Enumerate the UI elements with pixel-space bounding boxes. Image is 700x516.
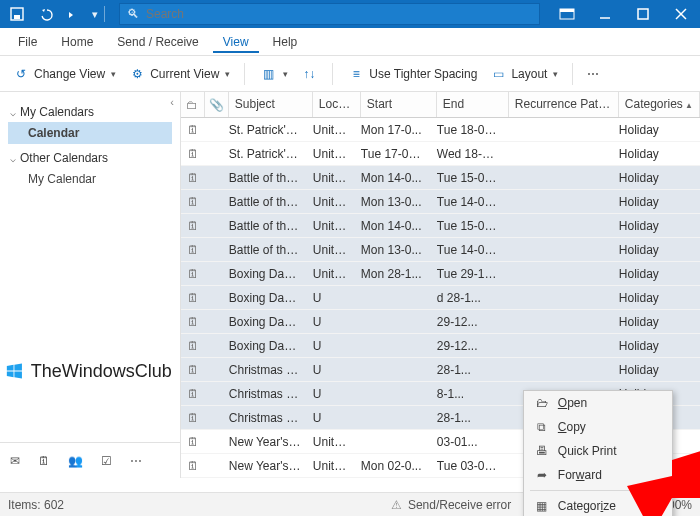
header-attachment-col[interactable]: 📎 xyxy=(205,92,229,117)
start-cell: Tue 17-03... xyxy=(355,147,431,161)
current-view-button[interactable]: ⚙Current View xyxy=(124,62,234,86)
reverse-sort-button[interactable]: ↑↓ xyxy=(296,62,322,86)
location-cell: U xyxy=(307,363,355,377)
ctx-forward[interactable]: ➦Forward xyxy=(524,463,672,487)
ctx-copy[interactable]: ⧉Copy xyxy=(524,415,672,439)
header-location[interactable]: Locati... xyxy=(313,92,361,117)
people-icon[interactable]: 👥 xyxy=(68,454,83,468)
table-row[interactable]: 🗓Battle of the ...Unite...Mon 14-0...Tue… xyxy=(181,214,700,238)
table-row[interactable]: 🗓Boxing Day B...U29-12...Holiday xyxy=(181,310,700,334)
end-cell: 8-1... xyxy=(431,387,503,401)
menu-help[interactable]: Help xyxy=(263,31,308,53)
tighter-spacing-button[interactable]: ≡Use Tighter Spacing xyxy=(343,62,481,86)
maximize-button[interactable] xyxy=(624,0,662,28)
table-row[interactable]: 🗓Boxing Day B...U29-12...Holiday xyxy=(181,334,700,358)
ribbon-mode-icon[interactable] xyxy=(548,0,586,28)
close-button[interactable] xyxy=(662,0,700,28)
list-header: 🗀 📎 Subject Locati... Start End Recurren… xyxy=(181,92,700,118)
subject-cell: Christmas Ba... xyxy=(223,411,307,425)
category-cell: Holiday xyxy=(613,195,700,209)
menu-view[interactable]: View xyxy=(213,31,259,53)
change-view-icon: ↺ xyxy=(12,65,30,83)
ctx-print-label: Quick Print xyxy=(558,444,617,458)
end-cell: 29-12... xyxy=(431,315,503,329)
header-start[interactable]: Start xyxy=(361,92,437,117)
end-cell: Tue 03-01... xyxy=(431,459,503,473)
arrangement-button[interactable]: ▥ xyxy=(255,62,292,86)
menu-send-receive[interactable]: Send / Receive xyxy=(107,31,208,53)
collapse-sidebar-icon[interactable]: ‹ xyxy=(170,96,174,108)
header-recurrence[interactable]: Recurrence Pattern xyxy=(509,92,619,117)
menu-home[interactable]: Home xyxy=(51,31,103,53)
calendar-item-icon: 🗓 xyxy=(181,219,205,233)
category-cell: Holiday xyxy=(613,315,700,329)
menu-file[interactable]: File xyxy=(8,31,47,53)
calendar-icon[interactable]: 🗓 xyxy=(38,454,50,468)
minimize-button[interactable] xyxy=(586,0,624,28)
ctx-separator xyxy=(530,490,666,491)
calendar-item-icon: 🗓 xyxy=(181,411,205,425)
start-cell: Mon 28-1... xyxy=(355,267,431,281)
nav-more-icon[interactable]: ⋯ xyxy=(130,454,142,468)
mail-icon[interactable]: ✉ xyxy=(10,454,20,468)
calendar-item-icon: 🗓 xyxy=(181,363,205,377)
table-row[interactable]: 🗓St. Patrick's ...Unite...Tue 17-03...We… xyxy=(181,142,700,166)
status-items: Items: 602 xyxy=(8,498,64,512)
end-cell: Tue 18-03... xyxy=(431,123,503,137)
table-row[interactable]: 🗓Battle of the ...Unite...Mon 13-0...Tue… xyxy=(181,190,700,214)
end-cell: Tue 29-12... xyxy=(431,267,503,281)
ctx-open[interactable]: 🗁Open xyxy=(524,391,672,415)
nav-icons: ✉ 🗓 👥 ☑ ⋯ xyxy=(0,442,180,478)
sidebar-group-head[interactable]: My Calendars xyxy=(8,102,172,122)
main-area: ‹ My CalendarsCalendarOther CalendarsMy … xyxy=(0,92,700,478)
ctx-quick-print[interactable]: 🖶Quick Print xyxy=(524,439,672,463)
change-view-button[interactable]: ↺Change View xyxy=(8,62,120,86)
tighter-label: Use Tighter Spacing xyxy=(369,67,477,81)
table-row[interactable]: 🗓Battle of the ...Unite...Mon 13-0...Tue… xyxy=(181,238,700,262)
watermark: TheWindowsClub xyxy=(6,352,172,390)
ribbon: ↺Change View ⚙Current View ▥ ↑↓ ≡Use Tig… xyxy=(0,56,700,92)
ribbon-overflow-button[interactable]: ⋯ xyxy=(583,64,603,84)
end-cell: Tue 14-07... xyxy=(431,195,503,209)
sidebar-group-head[interactable]: Other Calendars xyxy=(8,148,172,168)
sort-icon: ↑↓ xyxy=(300,65,318,83)
start-cell: Mon 02-0... xyxy=(355,459,431,473)
subject-cell: Boxing Day B... xyxy=(223,339,307,353)
header-categories[interactable]: Categories xyxy=(619,92,700,117)
location-cell: U xyxy=(307,315,355,329)
layout-button[interactable]: ▭Layout xyxy=(485,62,562,86)
tasks-icon[interactable]: ☑ xyxy=(101,454,112,468)
context-menu: 🗁Open ⧉Copy 🖶Quick Print ➦Forward ▦Categ… xyxy=(523,390,673,516)
end-cell: 28-1... xyxy=(431,363,503,377)
table-row[interactable]: 🗓Boxing Day B...Ud 28-1...Holiday xyxy=(181,286,700,310)
subject-cell: Boxing Day B... xyxy=(223,291,307,305)
undo-icon[interactable] xyxy=(34,3,56,25)
calendar-item-icon: 🗓 xyxy=(181,387,205,401)
qa-dropdown-icon[interactable]: ▾ xyxy=(92,8,98,21)
save-icon[interactable] xyxy=(6,3,28,25)
header-subject[interactable]: Subject xyxy=(229,92,313,117)
gear-icon: ⚙ xyxy=(128,65,146,83)
search-box[interactable]: 🔍︎ xyxy=(119,3,540,25)
status-error[interactable]: Send/Receive error xyxy=(391,498,511,512)
sidebar-item[interactable]: Calendar xyxy=(8,122,172,144)
category-cell: Holiday xyxy=(613,123,700,137)
location-cell: U xyxy=(307,387,355,401)
category-cell: Holiday xyxy=(613,243,700,257)
header-end[interactable]: End xyxy=(437,92,509,117)
table-row[interactable]: 🗓Boxing Day B...Unite...Mon 28-1...Tue 2… xyxy=(181,262,700,286)
table-row[interactable]: 🗓St. Patrick's ...Unite...Mon 17-0...Tue… xyxy=(181,118,700,142)
header-icon-col[interactable]: 🗀 xyxy=(181,92,205,117)
location-cell: Unite... xyxy=(307,459,355,473)
open-icon: 🗁 xyxy=(534,396,550,410)
table-row[interactable]: 🗓Christmas Ba...U28-1...Holiday xyxy=(181,358,700,382)
table-row[interactable]: 🗓Battle of the ...Unite...Mon 14-0...Tue… xyxy=(181,166,700,190)
redo-icon[interactable] xyxy=(62,3,84,25)
end-cell: Wed 18-0... xyxy=(431,147,503,161)
search-input[interactable] xyxy=(146,7,539,21)
ctx-categorize[interactable]: ▦Categorize› xyxy=(524,494,672,516)
category-cell: Holiday xyxy=(613,363,700,377)
change-view-label: Change View xyxy=(34,67,105,81)
sidebar-item[interactable]: My Calendar xyxy=(8,168,172,190)
category-cell: Holiday xyxy=(613,147,700,161)
